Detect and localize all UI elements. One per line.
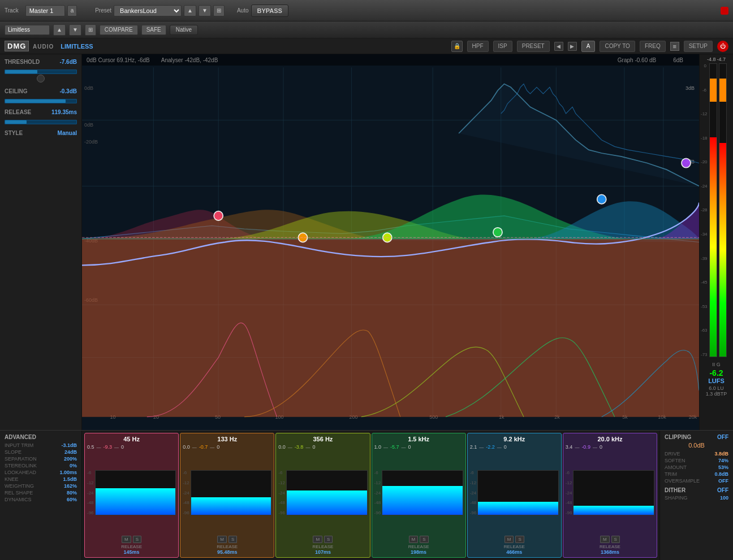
a-button[interactable]: a bbox=[67, 5, 77, 16]
preset-select[interactable]: BankersLoud bbox=[114, 5, 182, 16]
native-button[interactable]: Native bbox=[170, 25, 198, 35]
bypass-button[interactable]: BYPASS bbox=[251, 5, 288, 17]
limitless-arrow-up[interactable]: ▲ bbox=[53, 24, 66, 36]
band-panel-9200hz: 9.2 kHz 2.1 — -2.2 — 0 -6-12-24-48-96 M … bbox=[467, 433, 562, 558]
threshold-row: THRESHOLD -7.6dB bbox=[5, 59, 77, 65]
style-row: STYLE Manual bbox=[5, 130, 77, 136]
amount-row: AMOUNT 53% bbox=[665, 465, 728, 470]
threshold-knob[interactable] bbox=[37, 75, 45, 83]
band-panel-1500hz: 1.5 kHz 1.0 — -5.7 — 0 -6-12-24-48-96 M … bbox=[372, 433, 466, 558]
band-m-btn-45hz[interactable]: M bbox=[122, 536, 131, 543]
band-m-btn-1500hz[interactable]: M bbox=[409, 536, 419, 543]
band-s-btn-9200hz[interactable]: S bbox=[515, 536, 524, 543]
release-value: 119.35ms bbox=[51, 109, 77, 115]
svg-point-16 bbox=[298, 233, 307, 242]
copy-to-button[interactable]: COPY TO bbox=[600, 41, 635, 52]
band-m-btn-9200hz[interactable]: M bbox=[505, 536, 514, 543]
db-marker-60: -60dB bbox=[84, 297, 98, 303]
setup-button[interactable]: SETUP bbox=[684, 41, 713, 52]
preset-arrow-down[interactable]: ▼ bbox=[199, 5, 211, 16]
track-label: Track bbox=[5, 7, 19, 14]
left-meter-bar bbox=[709, 63, 717, 357]
power-button[interactable]: ⏻ bbox=[717, 41, 728, 52]
band-controls-356hz: 0.0 — -3.8 — 0 bbox=[278, 444, 367, 450]
freq-200: 200 bbox=[350, 414, 358, 420]
limitless-plugin-label: LIMITLESS bbox=[61, 43, 93, 50]
top-bar: Track a Preset BankersLoud ▲ ▼ ⊞ Auto BY… bbox=[0, 0, 733, 21]
band-s-btn-356hz[interactable]: S bbox=[324, 536, 333, 543]
ceiling-slider[interactable] bbox=[5, 99, 77, 103]
db-marker-20: -20dB bbox=[84, 139, 98, 145]
right-db-3: 3dB bbox=[685, 85, 695, 91]
drive-row: DRIVE 3.8dB bbox=[665, 451, 728, 457]
safe-button[interactable]: SAFE bbox=[141, 25, 166, 35]
compare-button[interactable]: COMPARE bbox=[100, 25, 138, 35]
freq-50: 50 bbox=[215, 414, 221, 420]
db-marker-0: 0dB bbox=[84, 85, 93, 91]
band-m-btn-356hz[interactable]: M bbox=[313, 536, 322, 543]
release-value-45hz: 145ms bbox=[87, 549, 176, 555]
band-m-btn-133hz[interactable]: M bbox=[217, 536, 227, 543]
meter-label-right: -4.7 bbox=[717, 57, 726, 62]
band-s-btn-45hz[interactable]: S bbox=[133, 536, 141, 543]
hpf-button[interactable]: HPF bbox=[467, 41, 489, 52]
band-s-btn-1500hz[interactable]: S bbox=[420, 536, 428, 543]
dbtp-value: 1.3 dBTP bbox=[701, 391, 732, 397]
preset-header-button[interactable]: PRESET bbox=[517, 41, 550, 52]
next-arrow[interactable]: ▶ bbox=[568, 42, 577, 51]
release-label-20khz: RELEASE bbox=[566, 544, 654, 549]
freq-10k: 10k bbox=[658, 414, 666, 420]
release-label-133hz: RELEASE bbox=[183, 544, 271, 549]
lufs-unit: LUFS bbox=[708, 377, 725, 384]
limitless-input[interactable] bbox=[5, 25, 50, 35]
band-controls-45hz: 0.5 — -9.3 — 0 bbox=[87, 444, 176, 450]
release-value-133hz: 95.48ms bbox=[183, 549, 271, 555]
soften-row: SOFTEN 74% bbox=[665, 458, 728, 463]
prev-arrow[interactable]: ◀ bbox=[554, 42, 563, 51]
clipping-title-row: CLIPPING OFF bbox=[665, 434, 728, 440]
freq-2k: 2k bbox=[554, 414, 560, 420]
svg-point-18 bbox=[493, 228, 502, 237]
band-meter-133hz bbox=[191, 470, 272, 515]
limitless-arrow-down[interactable]: ▼ bbox=[69, 24, 81, 36]
preset-icon[interactable]: ⊞ bbox=[213, 5, 225, 16]
trim-row: TRIM 0.8dB bbox=[665, 471, 728, 477]
threshold-slider[interactable] bbox=[5, 70, 77, 83]
eq-svg bbox=[82, 54, 699, 430]
preset-arrow-up[interactable]: ▲ bbox=[184, 5, 196, 16]
graph-val: 6dB bbox=[673, 57, 683, 63]
isp-button[interactable]: ISP bbox=[493, 41, 512, 52]
input-trim-row: INPUT TRIM -3.1dB bbox=[5, 442, 77, 448]
svg-point-15 bbox=[214, 211, 223, 220]
right-db-0: 0dB bbox=[84, 122, 695, 128]
freq-10: 10 bbox=[110, 414, 116, 420]
a-header-button[interactable]: A bbox=[581, 41, 596, 52]
band-panel-356hz: 356 Hz 0.0 — -3.8 — 0 -6-12-24-48-96 M S bbox=[275, 433, 370, 558]
freq-5k: 5k bbox=[622, 414, 628, 420]
band-ms-20khz: M S bbox=[566, 536, 654, 543]
limitless-icon[interactable]: ⊞ bbox=[85, 24, 96, 36]
freq-button[interactable]: FREQ bbox=[640, 41, 666, 52]
band-ms-133hz: M S bbox=[183, 536, 271, 543]
master-input[interactable] bbox=[25, 5, 65, 16]
graph-info: Graph -0.60 dB bbox=[618, 57, 656, 63]
band-s-btn-20khz[interactable]: S bbox=[611, 536, 620, 543]
band-s-btn-133hz[interactable]: S bbox=[228, 536, 237, 543]
band-title-9200hz: 9.2 kHz bbox=[470, 436, 559, 442]
lu-value: 6.0 LU bbox=[701, 385, 732, 391]
band-panels-container: 45 Hz 0.5 — -9.3 — 0 -6-12-24-48-96 M S bbox=[82, 431, 659, 560]
band-meter-1500hz bbox=[382, 470, 463, 515]
lines-icon[interactable]: ≡ bbox=[670, 42, 679, 51]
knee-row: KNEE 1.5dB bbox=[5, 476, 77, 482]
band-m-btn-20khz[interactable]: M bbox=[600, 536, 610, 543]
lufs-display: II G -6.2 LUFS 6.0 LU 1.3 dBTP bbox=[701, 362, 732, 397]
release-value-20khz: 1368ms bbox=[566, 549, 654, 555]
release-label-45hz: RELEASE bbox=[87, 544, 176, 549]
release-slider[interactable] bbox=[5, 120, 77, 124]
meter-labels-top: -4.8 -4.7 bbox=[707, 57, 726, 62]
svg-point-19 bbox=[597, 195, 606, 204]
threshold-value: -7.6dB bbox=[59, 59, 77, 65]
ceiling-label: CEILING bbox=[5, 88, 28, 94]
eq-display[interactable]: 0dB Cursor 69.1Hz, -6dB Analyser -42dB, … bbox=[82, 54, 699, 430]
lock-icon[interactable]: 🔒 bbox=[451, 41, 463, 52]
